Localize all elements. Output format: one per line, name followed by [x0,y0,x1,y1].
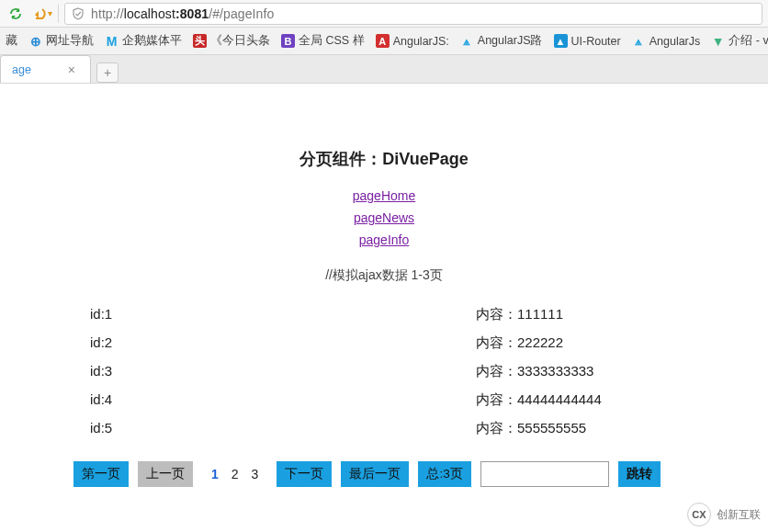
page-number-3[interactable]: 3 [252,467,259,481]
angular-alt-icon: ⟁ [460,34,474,48]
shield-icon [69,5,87,23]
page-number-1[interactable]: 1 [211,467,219,481]
bookmark-css[interactable]: B全局 CSS 样 [281,33,365,49]
link-pagehome[interactable]: pageHome [353,188,416,203]
bookmark-ui[interactable]: ▲UI-Router [554,34,621,48]
back-dropdown-icon[interactable]: ▾ [48,8,52,18]
globe-icon: ⊕ [28,34,42,48]
jump-button[interactable]: 跳转 [618,461,661,487]
browser-toolbar: ▾ http://localhost:8081/#/pageInfo [0,0,768,28]
last-page-button[interactable]: 最后一页 [341,461,409,487]
bootstrap-icon: B [281,34,295,48]
data-list: id:1内容：111111 id:2内容：222222 id:3内容：33333… [90,300,678,443]
bookmark-ang1[interactable]: AAngularJS: [376,34,449,48]
page-numbers: 1 2 3 [202,467,267,481]
reload-icon[interactable] [6,4,26,24]
jump-input[interactable] [480,461,609,487]
bookmark-toutiao[interactable]: 头《今日头条 [193,33,270,49]
page-number-2[interactable]: 2 [232,467,239,481]
page-title: 分页组件：DiVuePage [37,148,731,170]
info-line: //模拟ajax数据 1-3页 [37,267,731,284]
bookmark-fav[interactable]: 藏 [6,33,17,49]
pager: 第一页 上一页 1 2 3 下一页 最后一页 总:3页 跳转 [73,461,731,487]
list-item: id:3内容：3333333333 [90,357,678,386]
back-icon[interactable] [29,4,50,24]
watermark-logo-icon: CX [687,503,711,526]
ui-router-icon: ▲ [554,34,568,48]
next-page-button[interactable]: 下一页 [277,461,332,487]
tab-label: age [12,63,31,76]
link-pagenews[interactable]: pageNews [354,210,414,225]
link-stack: pageHome pageNews pageInfo [37,188,731,247]
bookmark-ang3[interactable]: ⟁AngularJs [632,34,701,48]
first-page-button[interactable]: 第一页 [73,461,129,487]
tab-active[interactable]: age × [0,55,91,83]
bookmarks-bar: 藏 ⊕网址导航 M企鹅媒体平 头《今日头条 B全局 CSS 样 AAngular… [0,28,768,55]
toutiao-icon: 头 [193,34,207,48]
list-item: id:2内容：222222 [90,329,678,357]
link-pageinfo[interactable]: pageInfo [359,232,410,247]
new-tab-button[interactable]: + [96,62,119,83]
tab-bar: age × + [0,55,768,84]
list-item: id:4内容：44444444444 [90,386,678,414]
list-item: id:1内容：111111 [90,300,678,329]
prev-page-button[interactable]: 上一页 [138,461,193,487]
angular-icon: A [376,34,390,48]
vue-icon: ▼ [711,34,725,48]
close-icon[interactable]: × [68,62,75,77]
watermark-text: 创新互联 [717,507,761,523]
bookmark-ang2[interactable]: ⟁AngularJS路 [460,33,543,49]
m-icon: M [105,34,119,48]
list-item: id:5内容：555555555 [90,414,678,443]
address-bar[interactable]: http://localhost:8081/#/pageInfo [64,3,762,25]
watermark: CX 创新互联 [683,501,764,528]
total-pages-badge: 总:3页 [418,461,470,487]
url-text: http://localhost:8081/#/pageInfo [91,6,758,21]
angular-alt2-icon: ⟁ [632,34,646,48]
bookmark-vue[interactable]: ▼介绍 - vue [711,33,768,49]
bookmark-qie[interactable]: M企鹅媒体平 [105,33,182,49]
bookmark-nav[interactable]: ⊕网址导航 [28,33,94,49]
page-content: 分页组件：DiVuePage pageHome pageNews pageInf… [0,84,768,487]
